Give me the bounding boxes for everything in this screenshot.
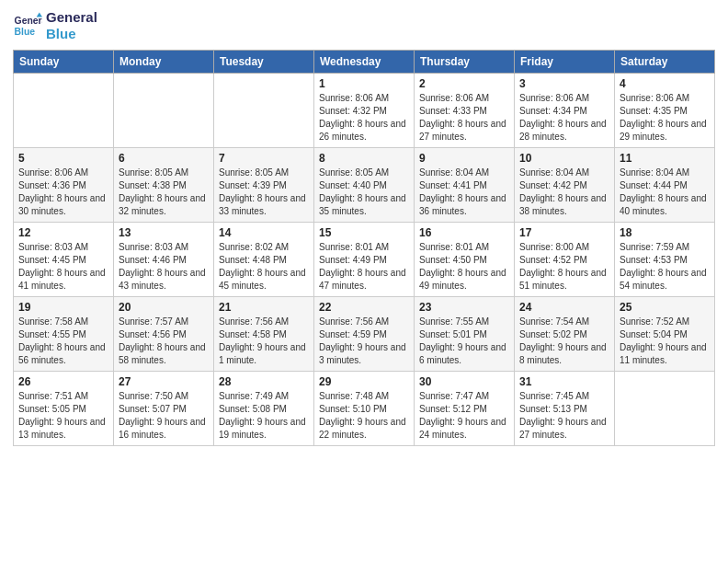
weekday-header-monday: Monday [114, 51, 214, 74]
calendar-cell: 27Sunrise: 7:50 AMSunset: 5:07 PMDayligh… [114, 372, 214, 446]
day-number: 30 [419, 375, 509, 388]
day-info: Sunrise: 7:50 AMSunset: 5:07 PMDaylight:… [119, 390, 209, 442]
day-info: Sunrise: 7:45 AMSunset: 5:13 PMDaylight:… [519, 390, 609, 442]
calendar-cell: 22Sunrise: 7:56 AMSunset: 4:59 PMDayligh… [314, 297, 415, 372]
calendar-cell: 20Sunrise: 7:57 AMSunset: 4:56 PMDayligh… [114, 297, 214, 372]
calendar-cell: 7Sunrise: 8:05 AMSunset: 4:39 PMDaylight… [214, 148, 314, 223]
day-info: Sunrise: 8:04 AMSunset: 4:41 PMDaylight:… [419, 167, 509, 218]
weekday-header-sunday: Sunday [14, 51, 114, 74]
calendar-cell: 8Sunrise: 8:05 AMSunset: 4:40 PMDaylight… [314, 148, 415, 223]
day-info: Sunrise: 7:56 AMSunset: 4:59 PMDaylight:… [319, 316, 409, 367]
calendar-cell: 14Sunrise: 8:02 AMSunset: 4:48 PMDayligh… [214, 223, 314, 297]
day-info: Sunrise: 7:58 AMSunset: 4:55 PMDaylight:… [18, 316, 108, 367]
calendar-cell: 21Sunrise: 7:56 AMSunset: 4:58 PMDayligh… [214, 297, 314, 372]
day-info: Sunrise: 8:06 AMSunset: 4:35 PMDaylight:… [620, 92, 710, 144]
day-number: 4 [620, 77, 710, 90]
day-number: 21 [219, 301, 309, 314]
day-info: Sunrise: 8:06 AMSunset: 4:33 PMDaylight:… [419, 92, 509, 144]
day-number: 24 [519, 301, 609, 314]
calendar-cell: 6Sunrise: 8:05 AMSunset: 4:38 PMDaylight… [114, 148, 214, 223]
calendar-cell [114, 74, 214, 148]
day-number: 8 [319, 152, 409, 165]
calendar-cell: 1Sunrise: 8:06 AMSunset: 4:32 PMDaylight… [314, 74, 415, 148]
day-number: 20 [119, 301, 209, 314]
calendar-cell: 17Sunrise: 8:00 AMSunset: 4:52 PMDayligh… [515, 223, 615, 297]
weekday-header-row: SundayMondayTuesdayWednesdayThursdayFrid… [14, 51, 715, 74]
logo-blue: Blue [46, 26, 97, 42]
day-info: Sunrise: 8:06 AMSunset: 4:32 PMDaylight:… [319, 92, 409, 144]
day-info: Sunrise: 7:56 AMSunset: 4:58 PMDaylight:… [219, 316, 309, 367]
calendar-cell [14, 74, 114, 148]
day-number: 10 [519, 152, 609, 165]
calendar-cell: 3Sunrise: 8:06 AMSunset: 4:34 PMDaylight… [515, 74, 615, 148]
day-number: 22 [319, 301, 409, 314]
day-info: Sunrise: 8:05 AMSunset: 4:39 PMDaylight:… [219, 167, 309, 218]
calendar-cell: 19Sunrise: 7:58 AMSunset: 4:55 PMDayligh… [14, 297, 114, 372]
calendar-cell: 23Sunrise: 7:55 AMSunset: 5:01 PMDayligh… [415, 297, 515, 372]
day-number: 18 [620, 226, 710, 239]
weekday-header-friday: Friday [515, 51, 615, 74]
calendar-cell: 12Sunrise: 8:03 AMSunset: 4:45 PMDayligh… [14, 223, 114, 297]
week-row-3: 12Sunrise: 8:03 AMSunset: 4:45 PMDayligh… [14, 223, 715, 297]
calendar-cell: 18Sunrise: 7:59 AMSunset: 4:53 PMDayligh… [615, 223, 715, 297]
day-info: Sunrise: 8:03 AMSunset: 4:45 PMDaylight:… [18, 241, 108, 293]
calendar-cell: 16Sunrise: 8:01 AMSunset: 4:50 PMDayligh… [415, 223, 515, 297]
weekday-header-saturday: Saturday [615, 51, 715, 74]
day-number: 3 [519, 77, 609, 90]
day-info: Sunrise: 7:48 AMSunset: 5:10 PMDaylight:… [319, 390, 409, 442]
logo-general: General [46, 9, 97, 26]
day-info: Sunrise: 7:57 AMSunset: 4:56 PMDaylight:… [119, 316, 209, 367]
day-info: Sunrise: 7:49 AMSunset: 5:08 PMDaylight:… [219, 390, 309, 442]
calendar-cell: 9Sunrise: 8:04 AMSunset: 4:41 PMDaylight… [415, 148, 515, 223]
day-number: 19 [18, 301, 108, 314]
logo: General Blue General Blue [13, 9, 97, 42]
calendar-table: SundayMondayTuesdayWednesdayThursdayFrid… [13, 50, 715, 446]
logo-icon: General Blue [13, 11, 42, 40]
weekday-header-thursday: Thursday [415, 51, 515, 74]
day-info: Sunrise: 8:04 AMSunset: 4:44 PMDaylight:… [620, 167, 710, 218]
day-info: Sunrise: 7:51 AMSunset: 5:05 PMDaylight:… [18, 390, 108, 442]
calendar-cell: 29Sunrise: 7:48 AMSunset: 5:10 PMDayligh… [314, 372, 415, 446]
calendar-cell: 10Sunrise: 8:04 AMSunset: 4:42 PMDayligh… [515, 148, 615, 223]
calendar-cell: 15Sunrise: 8:01 AMSunset: 4:49 PMDayligh… [314, 223, 415, 297]
calendar-cell: 11Sunrise: 8:04 AMSunset: 4:44 PMDayligh… [615, 148, 715, 223]
day-number: 13 [119, 226, 209, 239]
header: General Blue General Blue [13, 9, 715, 42]
day-number: 17 [519, 226, 609, 239]
week-row-4: 19Sunrise: 7:58 AMSunset: 4:55 PMDayligh… [14, 297, 715, 372]
calendar-cell: 31Sunrise: 7:45 AMSunset: 5:13 PMDayligh… [515, 372, 615, 446]
day-number: 28 [219, 375, 309, 388]
day-info: Sunrise: 8:00 AMSunset: 4:52 PMDaylight:… [519, 241, 609, 293]
day-info: Sunrise: 7:47 AMSunset: 5:12 PMDaylight:… [419, 390, 509, 442]
day-number: 2 [419, 77, 509, 90]
calendar-cell: 13Sunrise: 8:03 AMSunset: 4:46 PMDayligh… [114, 223, 214, 297]
svg-text:General: General [15, 16, 42, 26]
day-number: 29 [319, 375, 409, 388]
calendar-cell: 2Sunrise: 8:06 AMSunset: 4:33 PMDaylight… [415, 74, 515, 148]
day-info: Sunrise: 7:59 AMSunset: 4:53 PMDaylight:… [620, 241, 710, 293]
day-number: 25 [620, 301, 710, 314]
day-info: Sunrise: 8:04 AMSunset: 4:42 PMDaylight:… [519, 167, 609, 218]
week-row-2: 5Sunrise: 8:06 AMSunset: 4:36 PMDaylight… [14, 148, 715, 223]
day-info: Sunrise: 7:52 AMSunset: 5:04 PMDaylight:… [620, 316, 710, 367]
calendar-cell: 5Sunrise: 8:06 AMSunset: 4:36 PMDaylight… [14, 148, 114, 223]
calendar-cell: 26Sunrise: 7:51 AMSunset: 5:05 PMDayligh… [14, 372, 114, 446]
day-info: Sunrise: 8:06 AMSunset: 4:34 PMDaylight:… [519, 92, 609, 144]
day-info: Sunrise: 7:55 AMSunset: 5:01 PMDaylight:… [419, 316, 509, 367]
calendar-cell: 24Sunrise: 7:54 AMSunset: 5:02 PMDayligh… [515, 297, 615, 372]
weekday-header-wednesday: Wednesday [314, 51, 415, 74]
day-number: 23 [419, 301, 509, 314]
day-info: Sunrise: 8:02 AMSunset: 4:48 PMDaylight:… [219, 241, 309, 293]
day-number: 7 [219, 152, 309, 165]
day-number: 11 [620, 152, 710, 165]
calendar-cell [615, 372, 715, 446]
day-info: Sunrise: 8:01 AMSunset: 4:50 PMDaylight:… [419, 241, 509, 293]
calendar-cell: 25Sunrise: 7:52 AMSunset: 5:04 PMDayligh… [615, 297, 715, 372]
weekday-header-tuesday: Tuesday [214, 51, 314, 74]
day-info: Sunrise: 8:03 AMSunset: 4:46 PMDaylight:… [119, 241, 209, 293]
day-number: 14 [219, 226, 309, 239]
day-info: Sunrise: 8:05 AMSunset: 4:40 PMDaylight:… [319, 167, 409, 218]
calendar-cell: 30Sunrise: 7:47 AMSunset: 5:12 PMDayligh… [415, 372, 515, 446]
day-number: 15 [319, 226, 409, 239]
day-number: 31 [519, 375, 609, 388]
